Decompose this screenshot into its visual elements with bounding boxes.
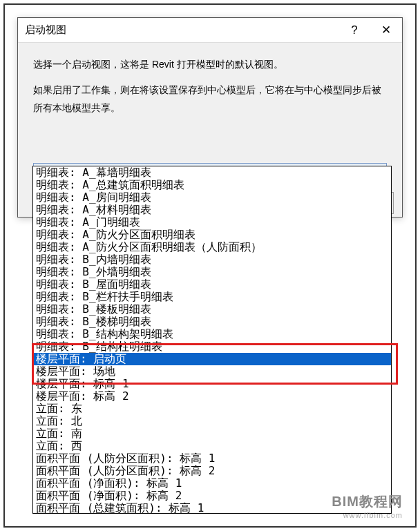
list-item[interactable]: 面积平面 (人防分区面积): 标高 1 bbox=[33, 452, 391, 465]
dialog-desc-1: 选择一个启动视图，这将是 Revit 打开模型时的默认视图。 bbox=[33, 55, 387, 74]
dialog-titlebar: 启动视图 ? ✕ bbox=[18, 18, 402, 43]
list-item[interactable]: 明细表: A_防火分区面积明细表 bbox=[33, 229, 391, 241]
list-item[interactable]: 面积平面 (人防分区面积): 标高 2 bbox=[33, 465, 391, 477]
list-item[interactable]: 明细表: B_结构构架明细表 bbox=[33, 328, 391, 340]
list-item[interactable]: 明细表: B_屋面明细表 bbox=[33, 278, 391, 291]
dialog-desc-2: 如果启用了工作集，则在将该设置保存到中心模型后，它将在与中心模型同步后被所有本地… bbox=[33, 81, 387, 117]
list-item[interactable]: 明细表: B_结构柱明细表 bbox=[33, 340, 391, 353]
list-item[interactable]: 明细表: A_门明细表 bbox=[33, 216, 391, 229]
dialog-title: 启动视图 bbox=[25, 23, 338, 37]
list-item[interactable]: 楼层平面: 标高 2 bbox=[33, 390, 391, 403]
list-item[interactable]: 楼层平面: 启动页 bbox=[33, 353, 391, 365]
list-item[interactable]: 楼层平面: 场地 bbox=[33, 365, 391, 378]
dialog-body: 选择一个启动视图，这将是 Revit 打开模型时的默认视图。 如果启用了工作集，… bbox=[18, 43, 402, 137]
list-item[interactable]: 立面: 南 bbox=[33, 427, 391, 440]
list-item[interactable]: 明细表: A_防火分区面积明细表（人防面积） bbox=[33, 241, 391, 253]
list-item[interactable]: 明细表: B_外墙明细表 bbox=[33, 266, 391, 278]
list-item[interactable]: 明细表: A_幕墙明细表 bbox=[33, 166, 391, 179]
list-item[interactable]: 明细表: B_楼梯明细表 bbox=[33, 316, 391, 328]
list-item[interactable]: 明细表: B_内墙明细表 bbox=[33, 253, 391, 266]
help-button[interactable]: ? bbox=[338, 18, 370, 43]
list-item[interactable]: 面积平面 (净面积): 标高 1 bbox=[33, 477, 391, 490]
list-item[interactable]: 明细表: A_房间明细表 bbox=[33, 191, 391, 204]
view-list-dropdown-panel[interactable]: 明细表: A_幕墙明细表明细表: A_总建筑面积明细表明细表: A_房间明细表明… bbox=[32, 166, 392, 514]
list-item[interactable]: 明细表: B_栏杆扶手明细表 bbox=[33, 291, 391, 303]
list-item[interactable]: 立面: 东 bbox=[33, 403, 391, 415]
list-item[interactable]: 立面: 北 bbox=[33, 415, 391, 427]
outer-border: 启动视图 ? ✕ 选择一个启动视图，这将是 Revit 打开模型时的默认视图。 … bbox=[3, 3, 417, 528]
watermark-main: BIM教程网 bbox=[332, 492, 403, 511]
close-button[interactable]: ✕ bbox=[370, 18, 402, 43]
watermark-sub: www.lfbim.com bbox=[332, 511, 403, 519]
list-item[interactable]: 立面: 西 bbox=[33, 440, 391, 452]
list-item[interactable]: 明细表: A_材料明细表 bbox=[33, 204, 391, 216]
list-item[interactable]: 明细表: A_总建筑面积明细表 bbox=[33, 179, 391, 191]
watermark: BIM教程网 www.lfbim.com bbox=[332, 492, 403, 519]
list-item[interactable]: 明细表: B_楼板明细表 bbox=[33, 303, 391, 316]
list-item[interactable]: 楼层平面: 标高 1 bbox=[33, 378, 391, 390]
